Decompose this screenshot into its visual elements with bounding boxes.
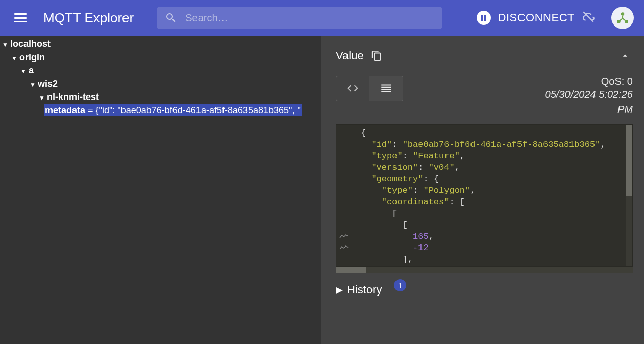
value-toolbar: QoS: 0 05/30/2024 5:02:26 PM	[336, 76, 633, 117]
tree-node-label: nl-knmi-test	[47, 92, 99, 102]
menu-button[interactable]	[10, 8, 31, 28]
app-header: MQTT Explorer DISCONNECT	[0, 0, 644, 36]
collapse-button[interactable]	[617, 48, 633, 63]
json-gutter	[336, 125, 357, 266]
timestamp: 05/30/2024 5:02:26	[545, 87, 633, 102]
horizontal-scrollbar[interactable]	[336, 267, 633, 273]
value-section-header: Value	[336, 48, 633, 63]
message-meta: QoS: 0 05/30/2024 5:02:26 PM	[545, 76, 633, 117]
tree-leaf-preview: {"id": "bae0ab76-bf6d-461a-af5f-8a635a81…	[96, 105, 301, 115]
code-icon	[346, 82, 359, 95]
main-body: ▼localhost ▼origin ▼a ▼wis2 ▼nl-knmi-tes…	[0, 36, 644, 344]
lines-icon	[380, 82, 393, 95]
topic-tree-panel: ▼localhost ▼origin ▼a ▼wis2 ▼nl-knmi-tes…	[0, 36, 314, 344]
app-title: MQTT Explorer	[43, 10, 134, 26]
tree-node[interactable]: ▼nl-knmi-test	[0, 91, 314, 104]
value-panel: Value QoS: 0 05/30/2024 5:02:26	[321, 36, 644, 344]
tree-node-label: wis2	[38, 79, 58, 89]
panel-resize-handle[interactable]	[314, 36, 321, 344]
diff-mark-icon	[339, 232, 349, 237]
tree-node-label: origin	[19, 52, 45, 62]
equals-text: =	[85, 105, 96, 115]
chevron-down-icon: ▼	[39, 94, 45, 102]
header-right: DISCONNECT	[477, 7, 634, 29]
tree-node[interactable]: ▼a	[0, 64, 314, 78]
view-mode-toggle	[336, 76, 403, 117]
copy-icon[interactable]	[371, 50, 382, 61]
menu-icon	[14, 13, 27, 22]
chevron-down-icon: ▼	[11, 55, 17, 62]
value-title: Value	[336, 49, 364, 62]
cloud-off-icon	[582, 10, 595, 26]
tree-leaf-selected[interactable]: metadata = {"id": "bae0ab76-bf6d-461a-af…	[0, 104, 314, 116]
history-count-badge: 1	[394, 279, 406, 291]
history-section-header[interactable]: ▶ History 1	[336, 283, 633, 307]
search-icon	[165, 12, 177, 24]
tree-node-label: a	[29, 65, 34, 76]
chevron-down-icon: ▼	[2, 41, 8, 48]
qos-label: QoS: 0	[545, 76, 633, 87]
tree-leaf-key: metadata	[45, 105, 85, 115]
svg-point-0	[621, 12, 625, 16]
tree-node[interactable]: ▼wis2	[0, 78, 314, 91]
search-box[interactable]	[157, 7, 442, 29]
disconnect-button[interactable]: DISCONNECT	[498, 11, 575, 24]
tree-node[interactable]: ▼origin	[0, 51, 314, 64]
json-viewer: { "id": "bae0ab76-bf6d-461a-af5f-8a635a8…	[336, 124, 633, 267]
timestamp-suffix: PM	[545, 102, 633, 117]
avatar[interactable]	[611, 7, 634, 29]
pause-button[interactable]	[477, 11, 491, 25]
vertical-scrollbar[interactable]	[626, 125, 632, 266]
chevron-right-icon: ▶	[336, 284, 343, 296]
json-content[interactable]: { "id": "bae0ab76-bf6d-461a-af5f-8a635a8…	[357, 125, 626, 266]
chevron-down-icon: ▼	[30, 81, 36, 88]
text-view-button[interactable]	[369, 76, 403, 101]
history-title: History	[347, 283, 382, 297]
chevron-down-icon: ▼	[20, 68, 27, 75]
diff-mark-icon	[339, 243, 349, 248]
tree-node-label: localhost	[10, 39, 51, 49]
tree-node-root[interactable]: ▼localhost	[0, 38, 314, 51]
app-logo-icon	[616, 11, 629, 24]
search-input[interactable]	[185, 12, 434, 24]
code-view-button[interactable]	[336, 76, 369, 101]
chevron-up-icon	[620, 51, 630, 61]
